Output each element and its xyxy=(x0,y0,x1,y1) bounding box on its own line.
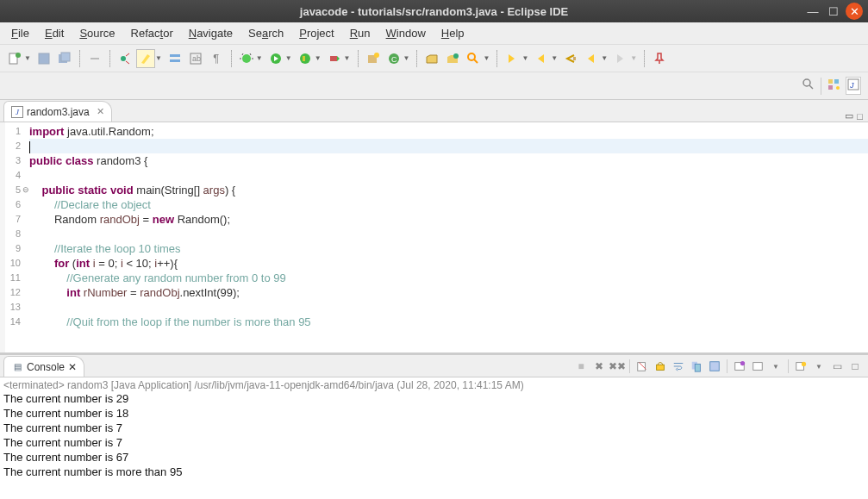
link-icon[interactable] xyxy=(85,49,104,68)
new-icon[interactable] xyxy=(5,49,24,68)
debug-icon[interactable] xyxy=(237,49,256,68)
back-icon[interactable] xyxy=(582,49,601,68)
clear-console-icon[interactable] xyxy=(634,359,650,374)
forward-icon[interactable] xyxy=(611,49,630,68)
code-line[interactable]: for (int i = 0; i < 10; i++){ xyxy=(29,256,868,271)
minimize-view-icon[interactable]: ▭ xyxy=(845,110,853,122)
remove-launch-icon[interactable]: ✖ xyxy=(591,359,607,374)
console-line: The current number is 7 xyxy=(3,435,865,450)
menu-project[interactable]: Project xyxy=(291,24,341,42)
code-line[interactable] xyxy=(29,300,868,315)
next-ann-dropdown-icon[interactable]: ▼ xyxy=(521,54,528,62)
menu-window[interactable]: Window xyxy=(378,24,434,42)
prev-ann-dropdown-icon[interactable]: ▼ xyxy=(551,54,558,62)
code-line[interactable]: Random randObj = new Random(); xyxy=(29,212,868,227)
tab-close-icon[interactable]: ✕ xyxy=(97,106,104,117)
svg-rect-36 xyxy=(753,363,763,371)
debug-dropdown-icon[interactable]: ▼ xyxy=(256,54,263,62)
pin-console-icon[interactable] xyxy=(689,359,704,374)
console-dropdown-icon[interactable]: ▼ xyxy=(768,359,784,374)
new-console-dropdown-icon[interactable]: ▼ xyxy=(811,359,827,374)
menu-search[interactable]: Search xyxy=(240,24,291,42)
run-last-icon[interactable] xyxy=(325,49,344,68)
menu-refactor[interactable]: Refactor xyxy=(123,24,181,42)
open-perspective-icon[interactable] xyxy=(827,78,840,94)
close-button[interactable]: ✕ xyxy=(846,3,863,20)
console-line: The current number is 7 xyxy=(3,421,865,435)
menu-file[interactable]: File xyxy=(3,24,37,42)
maximize-button[interactable]: ☐ xyxy=(825,3,842,20)
menu-run[interactable]: Run xyxy=(342,24,378,42)
new-console-view-icon[interactable] xyxy=(793,359,809,374)
tab-console[interactable]: ▤ Console ✕ xyxy=(3,356,84,377)
code-line[interactable] xyxy=(29,168,868,183)
svg-point-16 xyxy=(374,53,379,58)
coverage-icon[interactable] xyxy=(296,49,315,68)
menu-edit[interactable]: Edit xyxy=(37,24,72,42)
code-line[interactable]: import java.util.Random; xyxy=(29,124,868,139)
prev-annotation-icon[interactable] xyxy=(532,49,551,68)
tab-random3[interactable]: J random3.java ✕ xyxy=(3,101,112,122)
forward-dropdown-icon[interactable]: ▼ xyxy=(630,54,637,62)
save-all-icon[interactable] xyxy=(55,49,74,68)
console-line: The current number is 29 xyxy=(3,391,865,406)
code-line[interactable]: //Declare the object xyxy=(29,197,868,212)
new-class-icon[interactable]: C xyxy=(384,49,403,68)
last-edit-icon[interactable] xyxy=(561,49,580,68)
new-package-icon[interactable] xyxy=(364,49,383,68)
save-icon[interactable] xyxy=(34,49,53,68)
block-select-icon[interactable] xyxy=(165,49,184,68)
remove-all-icon[interactable]: ✖✖ xyxy=(609,359,625,374)
menu-source[interactable]: Source xyxy=(72,24,122,42)
show-console-icon[interactable] xyxy=(707,359,722,374)
new-class-dropdown-icon[interactable]: ▼ xyxy=(403,54,410,62)
display-selected-icon[interactable] xyxy=(750,359,765,374)
show-whitespace-icon[interactable]: ab xyxy=(186,49,205,68)
svg-rect-24 xyxy=(834,79,839,84)
code-editor[interactable]: 12345⊖67891011121314 import java.util.Ra… xyxy=(0,122,868,352)
new-dropdown-icon[interactable]: ▼ xyxy=(24,54,31,62)
pilcrow-icon[interactable]: ¶ xyxy=(207,49,226,68)
run-last-dropdown-icon[interactable]: ▼ xyxy=(344,54,351,62)
maximize-view-icon[interactable]: □ xyxy=(857,111,863,122)
terminate-icon[interactable]: ■ xyxy=(573,359,589,374)
word-wrap-icon[interactable] xyxy=(671,359,686,374)
run-icon[interactable] xyxy=(266,49,285,68)
highlight-icon[interactable] xyxy=(136,49,155,68)
code-content[interactable]: import java.util.Random;public class ran… xyxy=(26,122,868,352)
back-dropdown-icon[interactable]: ▼ xyxy=(601,54,608,62)
java-perspective-icon[interactable]: J xyxy=(846,77,861,95)
window-title: javacode - tutorials/src/random3.java - … xyxy=(0,5,868,18)
console-maximize-icon[interactable]: □ xyxy=(847,359,863,374)
code-line[interactable]: public static void main(String[] args) { xyxy=(29,183,868,197)
console-tab-close-icon[interactable]: ✕ xyxy=(68,361,77,373)
minimize-button[interactable]: — xyxy=(804,3,821,20)
svg-text:C: C xyxy=(391,55,397,64)
menu-navigate[interactable]: Navigate xyxy=(181,24,240,42)
menu-help[interactable]: Help xyxy=(434,24,472,42)
quick-access-search-icon[interactable] xyxy=(802,78,815,94)
code-line[interactable]: //Generate any random number from 0 to 9… xyxy=(29,271,868,285)
code-line[interactable]: //Iterate the loop 10 times xyxy=(29,241,868,256)
console-line: The current number is 18 xyxy=(3,406,865,421)
console-output[interactable]: <terminated> random3 [Java Application] … xyxy=(0,377,868,499)
console-line: The current number is 67 xyxy=(3,450,865,465)
debug-breakpoint-icon[interactable] xyxy=(116,49,134,68)
open-type-icon[interactable] xyxy=(422,49,441,68)
code-line[interactable]: public class random3 { xyxy=(29,153,868,168)
code-line[interactable] xyxy=(29,139,868,153)
console-minimize-icon[interactable]: ▭ xyxy=(829,359,845,374)
coverage-dropdown-icon[interactable]: ▼ xyxy=(315,54,322,62)
search-dropdown-icon[interactable]: ▼ xyxy=(483,54,490,62)
code-line[interactable]: //Quit from the loop if the number is mo… xyxy=(29,315,868,329)
highlight-dropdown-icon[interactable]: ▼ xyxy=(155,54,162,62)
code-line[interactable] xyxy=(29,227,868,241)
search-icon[interactable] xyxy=(464,49,483,68)
code-line[interactable]: int rNumber = randObj.nextInt(99); xyxy=(29,285,868,300)
run-dropdown-icon[interactable]: ▼ xyxy=(285,54,292,62)
open-console-icon[interactable] xyxy=(732,359,747,374)
open-task-icon[interactable] xyxy=(443,49,462,68)
scroll-lock-icon[interactable] xyxy=(653,359,668,374)
pin-icon[interactable] xyxy=(650,49,669,68)
next-annotation-icon[interactable] xyxy=(503,49,521,68)
